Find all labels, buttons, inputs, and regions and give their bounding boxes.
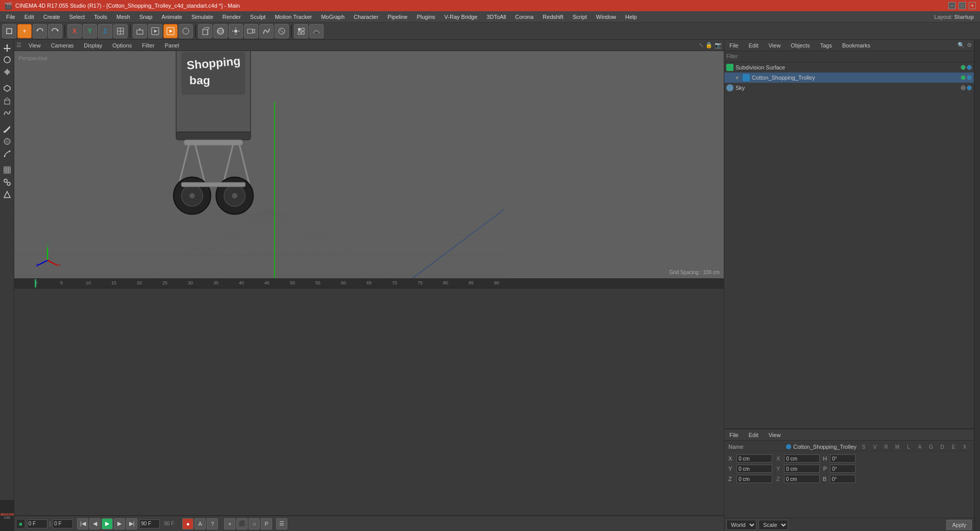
current-frame-input[interactable] xyxy=(27,519,47,528)
tl-key-circle[interactable]: ○ xyxy=(249,518,260,529)
menu-character[interactable]: Character xyxy=(350,13,382,21)
menu-mograph[interactable]: MoGraph xyxy=(317,13,349,21)
tl-to-end[interactable]: ▶| xyxy=(126,518,137,529)
toolbar-render-region[interactable] xyxy=(133,24,147,38)
menu-render[interactable]: Render xyxy=(218,13,245,21)
toolbar-y-axis[interactable]: Y xyxy=(83,24,97,38)
toolbar-render[interactable] xyxy=(148,24,162,38)
obj-expand-icon[interactable]: ▼ xyxy=(734,75,740,81)
start-frame-input[interactable] xyxy=(53,519,73,528)
sidebar-icon-mograph[interactable] xyxy=(2,177,13,188)
timeline-ruler[interactable]: 0 5 10 15 20 25 30 35 40 45 50 55 60 65 … xyxy=(14,278,724,288)
viewport-menu-display[interactable]: Display xyxy=(81,41,105,50)
sidebar-icon-object[interactable] xyxy=(2,95,13,106)
viewport-menu-options[interactable]: Options xyxy=(109,41,135,50)
sidebar-icon-sculpt[interactable] xyxy=(2,136,13,147)
obj-mgr-settings-icon[interactable]: ⚙ xyxy=(967,42,972,49)
menu-select[interactable]: Select xyxy=(65,13,89,21)
toolbar-render-active[interactable] xyxy=(163,24,178,38)
attr-x-pos2-input[interactable] xyxy=(784,454,820,463)
coord-apply-button[interactable]: Apply xyxy=(946,520,972,530)
sidebar-icon-paint[interactable] xyxy=(2,124,13,135)
obj-dot-green[interactable] xyxy=(961,65,966,70)
toolbar-sphere[interactable] xyxy=(213,24,228,38)
toolbar-model-mode[interactable] xyxy=(2,24,16,38)
menu-pipeline[interactable]: Pipeline xyxy=(383,13,411,21)
obj-dot-grey-sky[interactable] xyxy=(961,85,966,90)
menu-window[interactable]: Window xyxy=(592,13,620,21)
viewport-lock-icon[interactable]: 🔒 xyxy=(705,42,713,49)
toolbar-undo[interactable] xyxy=(33,24,47,38)
sidebar-icon-texture[interactable] xyxy=(2,164,13,176)
attr-z-pos-input[interactable] xyxy=(737,475,772,483)
obj-item-sky[interactable]: Sky xyxy=(724,83,974,93)
menu-snap[interactable]: Snap xyxy=(135,13,157,21)
attr-h-angle-input[interactable] xyxy=(830,454,855,463)
tl-key-del[interactable]: ⬛ xyxy=(236,518,248,529)
viewport-menu-filter[interactable]: Filter xyxy=(139,41,157,50)
attr-b-angle-input[interactable] xyxy=(830,475,855,483)
toolbar-world[interactable] xyxy=(113,24,128,38)
obj-dot-blue-sky[interactable] xyxy=(967,85,972,90)
viewport-menu-panel[interactable]: Panel xyxy=(162,41,182,50)
obj-mgr-search-icon[interactable]: 🔍 xyxy=(958,42,965,49)
viewport-expand-icon[interactable]: ⤡ xyxy=(699,42,703,49)
menu-motion-tracker[interactable]: Motion Tracker xyxy=(271,13,316,21)
attr-y-pos-input[interactable] xyxy=(737,465,772,473)
tl-key-sel[interactable]: ? xyxy=(207,518,218,529)
obj-menu-view[interactable]: View xyxy=(766,41,784,50)
tl-play-fwd[interactable]: ▶ xyxy=(114,518,125,529)
tl-play[interactable]: ▶ xyxy=(102,518,113,529)
menu-file[interactable]: File xyxy=(2,13,19,21)
end-frame-input[interactable] xyxy=(139,519,160,528)
sidebar-icon-dynamics[interactable] xyxy=(2,189,13,200)
toolbar-deformer[interactable] xyxy=(309,24,324,38)
menu-redshift[interactable]: Redshift xyxy=(538,13,567,21)
menu-animate[interactable]: Animate xyxy=(158,13,186,21)
toolbar-redo[interactable] xyxy=(48,24,62,38)
toolbar-display-mode[interactable] xyxy=(294,24,308,38)
menu-plugins[interactable]: Plugins xyxy=(412,13,439,21)
obj-menu-tags[interactable]: Tags xyxy=(817,41,835,50)
obj-menu-objects[interactable]: Objects xyxy=(788,41,813,50)
menu-edit[interactable]: Edit xyxy=(20,13,38,21)
tl-motion-clip[interactable]: ☰ xyxy=(276,518,287,529)
coord-scale-select[interactable]: Scale xyxy=(758,520,788,530)
timeline-playhead[interactable] xyxy=(35,279,36,287)
viewport-3d[interactable]: Shopping bag xyxy=(14,51,724,278)
attr-p-angle-input[interactable] xyxy=(830,465,855,473)
menu-create[interactable]: Create xyxy=(39,13,64,21)
menu-script[interactable]: Script xyxy=(569,13,591,21)
right-scroll-area[interactable] xyxy=(974,40,980,531)
obj-menu-file[interactable]: File xyxy=(726,41,742,50)
sidebar-icon-move[interactable] xyxy=(2,42,13,53)
obj-dot-green-trolley[interactable] xyxy=(961,75,966,80)
sidebar-icon-polygon[interactable] xyxy=(2,83,13,94)
attr-menu-view[interactable]: View xyxy=(766,431,784,439)
toolbar-z-axis[interactable]: Z xyxy=(98,24,112,38)
menu-help[interactable]: Help xyxy=(621,13,641,21)
toolbar-camera[interactable] xyxy=(244,24,258,38)
attr-z-pos2-input[interactable] xyxy=(784,475,820,483)
title-bar-controls[interactable]: − □ × xyxy=(948,2,976,9)
menu-mesh[interactable]: Mesh xyxy=(112,13,134,21)
obj-dot-blue-trolley[interactable] xyxy=(967,75,972,80)
attr-x-pos-input[interactable] xyxy=(737,454,772,463)
minimize-button[interactable]: − xyxy=(948,2,955,9)
menu-3dtoall[interactable]: 3DToAll xyxy=(482,13,510,21)
tl-record-btn[interactable]: ● xyxy=(182,518,193,529)
toolbar-render-all[interactable] xyxy=(179,24,193,38)
obj-menu-bookmarks[interactable]: Bookmarks xyxy=(839,41,873,50)
viewport-camera-icon[interactable]: 📷 xyxy=(715,42,722,49)
toolbar-cube[interactable] xyxy=(198,24,212,38)
menu-simulate[interactable]: Simulate xyxy=(187,13,217,21)
menu-tools[interactable]: Tools xyxy=(90,13,111,21)
sidebar-icon-spline-tool[interactable] xyxy=(2,148,13,159)
attr-menu-file[interactable]: File xyxy=(726,431,742,439)
attr-y-pos2-input[interactable] xyxy=(784,465,820,473)
sidebar-icon-scale[interactable] xyxy=(2,66,13,78)
obj-item-subdivision[interactable]: Subdivision Surface xyxy=(724,62,974,73)
attr-menu-edit[interactable]: Edit xyxy=(746,431,762,439)
menu-vray[interactable]: V-Ray Bridge xyxy=(440,13,482,21)
toolbar-add-btn[interactable]: + xyxy=(17,24,32,38)
